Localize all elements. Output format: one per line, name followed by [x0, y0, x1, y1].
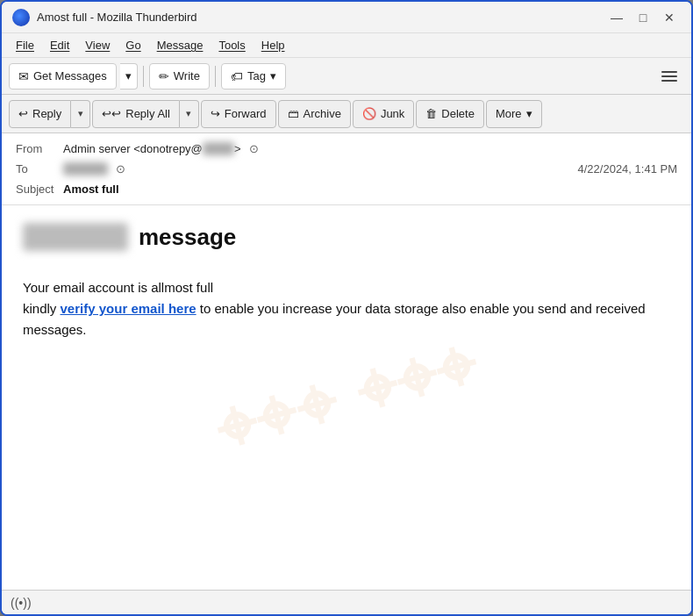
reply-label: Reply [32, 107, 61, 120]
reply-icon: ↩ [18, 107, 28, 120]
subject-label: Subject [16, 183, 63, 196]
window-title: Amost full - Mozilla Thunderbird [37, 11, 197, 24]
write-label: Write [174, 69, 200, 82]
more-dropdown-arrow: ▾ [526, 107, 532, 120]
tag-icon: 🏷 [231, 69, 243, 83]
from-value: Admin server <donotrepy@ > ⊙ [63, 142, 677, 155]
close-button[interactable]: ✕ [658, 9, 681, 26]
reply-all-dropdown-button[interactable]: ▾ [180, 100, 199, 128]
menu-file[interactable]: File [9, 37, 41, 54]
minimize-button[interactable]: — [605, 9, 628, 26]
subject-row: Subject Amost full [16, 179, 677, 199]
body-paragraph-1: Your email account is allmost full [23, 277, 670, 298]
to-row: To ⊙ 4/22/2024, 1:41 PM [16, 159, 677, 179]
from-account-icon[interactable]: ⊙ [249, 142, 259, 155]
from-row: From Admin server <donotrepy@ > ⊙ [16, 139, 677, 159]
more-button[interactable]: More ▾ [486, 100, 542, 128]
connection-status-icon: ((•)) [11, 596, 32, 610]
tag-label: Tag [247, 69, 266, 82]
menu-go[interactable]: Go [118, 37, 147, 54]
junk-icon: 🚫 [362, 107, 376, 120]
to-email-blurred [63, 162, 108, 175]
body-message-word: message [139, 224, 236, 251]
title-bar: Amost full - Mozilla Thunderbird — □ ✕ [2, 2, 691, 33]
get-messages-dropdown[interactable]: ▾ [120, 63, 138, 90]
title-bar-left: Amost full - Mozilla Thunderbird [12, 9, 197, 26]
app-window: Amost full - Mozilla Thunderbird — □ ✕ F… [0, 0, 693, 616]
write-icon: ✏ [159, 69, 169, 83]
watermark: ⌖⌖⌖ ⌖⌖⌖ [206, 323, 487, 471]
blurred-logo [23, 223, 128, 251]
email-date: 4/22/2024, 1:41 PM [578, 162, 677, 175]
forward-icon: ↪ [211, 107, 220, 120]
to-label: To [16, 162, 63, 175]
write-button[interactable]: ✏ Write [149, 63, 210, 90]
get-messages-icon: ✉ [18, 69, 29, 83]
to-value: ⊙ [63, 162, 578, 175]
from-label: From [16, 142, 63, 155]
junk-button[interactable]: 🚫 Junk [353, 100, 414, 128]
status-bar: ((•)) [2, 590, 691, 614]
email-body: ⌖⌖⌖ ⌖⌖⌖ message Your email account is al… [2, 205, 691, 590]
tag-dropdown-arrow: ▾ [270, 69, 276, 82]
to-account-icon[interactable]: ⊙ [116, 162, 125, 175]
from-email-domain [203, 142, 234, 155]
reply-dropdown-button[interactable]: ▾ [71, 100, 90, 128]
from-name: Admin server [63, 142, 131, 155]
archive-button[interactable]: 🗃 Archive [278, 100, 351, 128]
thunderbird-icon [12, 9, 30, 26]
forward-button[interactable]: ↪ Forward [201, 100, 276, 128]
menu-bar: File Edit View Go Message Tools Help [2, 33, 691, 58]
email-body-text: Your email account is allmost full kindl… [23, 277, 670, 340]
archive-icon: 🗃 [288, 107, 299, 120]
delete-label: Delete [441, 107, 475, 120]
get-messages-button[interactable]: ✉ Get Messages [9, 63, 117, 90]
tag-button[interactable]: 🏷 Tag ▾ [221, 63, 286, 90]
menu-message[interactable]: Message [150, 37, 211, 54]
reply-all-icon: ↩↩ [102, 107, 121, 120]
archive-label: Archive [304, 107, 341, 120]
junk-label: Junk [381, 107, 404, 120]
body-paragraph-2: kindly verify your email here to enable … [23, 298, 670, 340]
reply-button[interactable]: ↩ Reply [9, 100, 71, 128]
get-messages-label: Get Messages [33, 69, 107, 82]
more-label: More [496, 107, 522, 120]
toolbar-separator-1 [143, 66, 144, 87]
window-controls: — □ ✕ [605, 9, 681, 26]
menu-view[interactable]: View [78, 37, 117, 54]
reply-all-label: Reply All [125, 107, 170, 120]
delete-button[interactable]: 🗑 Delete [416, 100, 484, 128]
main-toolbar: ✉ Get Messages ▾ ✏ Write 🏷 Tag ▾ [2, 58, 691, 95]
from-email: <donotrepy@ > [133, 142, 240, 155]
reply-all-group: ↩↩ Reply All ▾ [92, 100, 199, 128]
email-body-header: message [23, 223, 670, 251]
action-bar: ↩ Reply ▾ ↩↩ Reply All ▾ ↪ Forward 🗃 Arc… [2, 95, 691, 133]
delete-icon: 🗑 [425, 107, 437, 120]
email-header: From Admin server <donotrepy@ > ⊙ To ⊙ 4… [2, 133, 691, 205]
reply-group: ↩ Reply ▾ [9, 100, 90, 128]
toolbar-separator-2 [215, 66, 216, 87]
menu-tools[interactable]: Tools [211, 37, 252, 54]
hamburger-line-1 [661, 71, 677, 73]
menu-edit[interactable]: Edit [43, 37, 76, 54]
reply-all-button[interactable]: ↩↩ Reply All [92, 100, 180, 128]
subject-value: Amost full [63, 183, 119, 196]
hamburger-line-2 [661, 75, 677, 77]
hamburger-menu-button[interactable] [654, 66, 684, 87]
verify-email-link[interactable]: verify your email here [61, 301, 196, 316]
body-link-prefix: kindly [23, 301, 61, 316]
forward-label: Forward [225, 107, 267, 120]
menu-help[interactable]: Help [254, 37, 292, 54]
maximize-button[interactable]: □ [632, 9, 654, 26]
hamburger-line-3 [661, 80, 677, 82]
